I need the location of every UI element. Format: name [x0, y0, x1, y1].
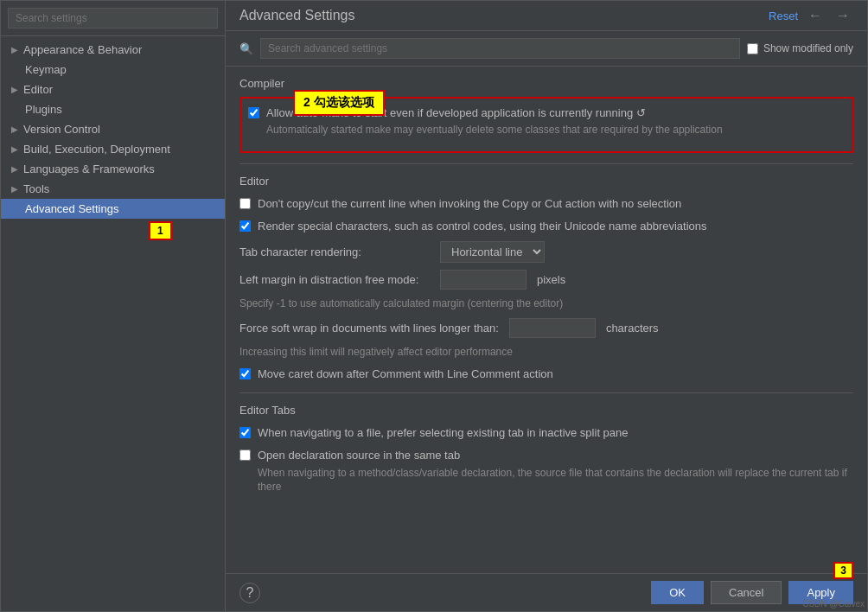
open-declaration-desc: When navigating to a method/class/variab…: [258, 466, 853, 495]
sidebar-item-label: Appearance & Behavior: [23, 43, 142, 56]
sidebar-item-label: Version Control: [23, 123, 100, 136]
prefer-existing-tab-item: When navigating to a file, prefer select…: [239, 425, 853, 441]
settings-body: Compiler 2 勾选该选项 Allow auto-make to star…: [226, 67, 867, 573]
watermark: CSDN @Calvex: [802, 599, 865, 609]
open-declaration-item: Open declaration source in the same tab …: [239, 448, 853, 494]
chevron-icon: ▶: [11, 124, 18, 134]
back-button[interactable]: ←: [805, 8, 826, 23]
forward-button[interactable]: →: [833, 8, 853, 23]
tab-rendering-row: Tab character rendering: Horizontal line…: [239, 241, 853, 263]
tooltip-2: 2 勾选该选项: [293, 90, 385, 116]
header-actions: Reset ← →: [769, 8, 853, 23]
compiler-highlight-box: 2 勾选该选项 Allow auto-make to start even if…: [239, 97, 853, 153]
sidebar-item-label: Editor: [23, 83, 53, 96]
left-margin-row: Left margin in distraction free mode: -1…: [239, 270, 853, 290]
dont-copy-cut-label: Don't copy/cut the current line when inv…: [258, 196, 681, 212]
sidebar-search-area: [1, 1, 225, 36]
show-modified-checkbox[interactable]: [747, 43, 758, 54]
search-bar: 🔍 Show modified only: [226, 31, 867, 67]
show-modified-container: Show modified only: [747, 42, 853, 54]
editor-tabs-section: Editor Tabs When navigating to a file, p…: [239, 404, 853, 494]
tab-rendering-select[interactable]: Horizontal line Arrow None: [440, 241, 545, 263]
sidebar-item-label: Tools: [23, 182, 49, 195]
sidebar-item-label: Keymap: [25, 63, 67, 76]
dont-copy-cut-item: Don't copy/cut the current line when inv…: [239, 196, 853, 212]
divider-2: [239, 392, 853, 393]
auto-make-checkbox[interactable]: [248, 107, 259, 118]
editor-section-title: Editor: [239, 175, 853, 188]
sidebar-item-label: Languages & Frameworks: [23, 163, 155, 175]
compiler-section: Compiler 2 勾选该选项 Allow auto-make to star…: [239, 77, 853, 153]
badge-3: 3: [833, 562, 853, 579]
sidebar-item-languages-frameworks[interactable]: ▶Languages & Frameworks: [1, 159, 225, 179]
prefer-existing-tab-label: When navigating to a file, prefer select…: [258, 425, 629, 441]
sidebar-item-build-execution-deployment[interactable]: ▶Build, Execution, Deployment: [1, 139, 225, 159]
force-soft-wrap-input[interactable]: 100000: [509, 318, 596, 338]
sidebar-nav: ▶Appearance & BehaviorKeymap▶EditorPlugi…: [1, 36, 225, 611]
settings-search-input[interactable]: [260, 38, 740, 59]
editor-tabs-section-title: Editor Tabs: [239, 404, 853, 417]
ok-button[interactable]: OK: [651, 581, 704, 604]
render-special-chars-item: Render special characters, such as contr…: [239, 219, 853, 234]
sidebar: ▶Appearance & BehaviorKeymap▶EditorPlugi…: [1, 1, 226, 611]
force-soft-wrap-unit: characters: [606, 322, 659, 335]
force-soft-wrap-label: Force soft wrap in documents with lines …: [239, 322, 499, 335]
show-modified-label: Show modified only: [763, 42, 853, 54]
sidebar-item-editor[interactable]: ▶Editor: [1, 80, 225, 99]
left-margin-desc: Specify -1 to use automatically calculat…: [239, 296, 853, 311]
force-soft-wrap-row: Force soft wrap in documents with lines …: [239, 318, 853, 338]
sidebar-item-label: Advanced Settings: [25, 202, 118, 215]
footer: ? OK Cancel 3 Apply: [226, 573, 867, 611]
left-margin-input[interactable]: -1: [440, 270, 527, 290]
move-caret-label: Move caret down after Comment with Line …: [258, 367, 553, 382]
divider-1: [239, 163, 853, 164]
render-special-chars-checkbox[interactable]: [239, 220, 251, 232]
sidebar-item-keymap[interactable]: Keymap: [1, 60, 225, 80]
render-special-chars-label: Render special characters, such as contr…: [258, 219, 707, 234]
left-margin-unit: pixels: [537, 273, 565, 286]
sidebar-item-appearance-behavior[interactable]: ▶Appearance & Behavior: [1, 40, 225, 60]
auto-make-desc: Automatically started make may eventuall…: [266, 123, 723, 137]
chevron-icon: ▶: [11, 45, 18, 54]
open-declaration-label: Open declaration source in the same tab: [258, 448, 853, 463]
chevron-icon: ▶: [11, 144, 18, 154]
search-icon: 🔍: [239, 42, 253, 55]
sidebar-item-version-control[interactable]: ▶Version Control: [1, 119, 225, 139]
sidebar-item-label: Build, Execution, Deployment: [23, 143, 170, 156]
sidebar-search-input[interactable]: [8, 8, 218, 29]
tab-rendering-label: Tab character rendering:: [239, 245, 430, 258]
content-header: Advanced Settings Reset ← →: [226, 1, 867, 31]
dont-copy-cut-checkbox[interactable]: [239, 198, 251, 209]
help-button[interactable]: ?: [239, 583, 260, 603]
chevron-icon: ▶: [11, 85, 18, 94]
prefer-existing-tab-checkbox[interactable]: [239, 427, 251, 438]
move-caret-checkbox[interactable]: [239, 368, 251, 379]
compiler-section-title: Compiler: [239, 77, 853, 90]
open-declaration-checkbox[interactable]: [239, 449, 251, 461]
chevron-icon: ▶: [11, 184, 18, 194]
reset-button[interactable]: Reset: [769, 10, 798, 22]
chevron-icon: ▶: [11, 164, 18, 174]
page-title: Advanced Settings: [239, 8, 354, 23]
cancel-button[interactable]: Cancel: [711, 581, 782, 604]
content-area: Advanced Settings Reset ← → 🔍 Show modif…: [226, 1, 867, 611]
force-soft-wrap-desc: Increasing this limit will negatively af…: [239, 345, 853, 360]
sidebar-item-tools[interactable]: ▶Tools: [1, 179, 225, 199]
move-caret-item: Move caret down after Comment with Line …: [239, 367, 853, 382]
sidebar-item-advanced-settings[interactable]: Advanced Settings: [1, 199, 225, 219]
sidebar-item-label: Plugins: [25, 103, 62, 116]
sidebar-item-plugins[interactable]: Plugins: [1, 99, 225, 119]
editor-section: Editor Don't copy/cut the current line w…: [239, 175, 853, 382]
left-margin-label: Left margin in distraction free mode:: [239, 273, 430, 286]
